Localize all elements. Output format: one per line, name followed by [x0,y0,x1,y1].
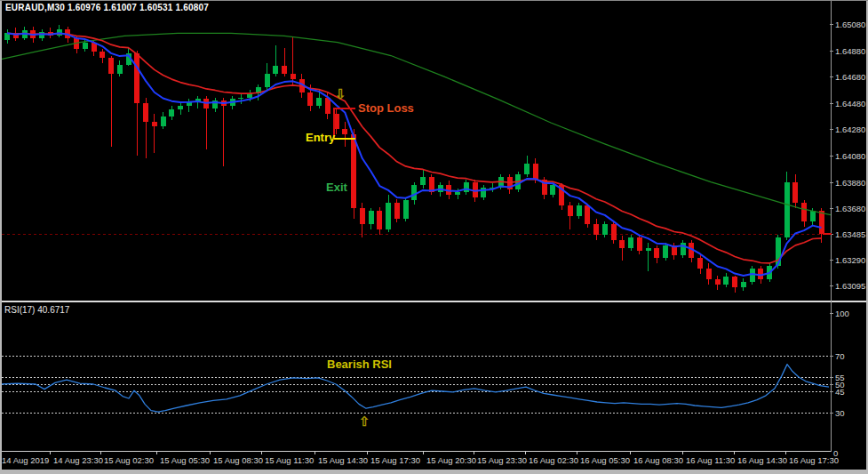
price-tick-mark [830,103,833,104]
price-tick-mark [830,51,833,52]
time-axis-label: 16 Aug 08:30 [633,455,683,465]
current-price-axis-tick [823,233,832,235]
rsi-tick-mark [830,413,833,414]
time-axis-label: 16 Aug 14:30 [737,455,787,465]
rsi-tick-mark [830,377,833,378]
price-tick-label: 1.65080 [835,20,865,29]
time-axis-label: 15 Aug 11:30 [265,455,314,465]
window-border-left [0,0,2,474]
exit-annotation[interactable]: Exit [326,181,347,194]
price-tick-label: 1.63680 [835,204,865,213]
time-axis-label: 16 Aug 05:30 [580,455,630,465]
price-tick-label: 1.64680 [835,72,865,82]
time-tick-mark [474,451,474,454]
price-tick-mark [830,156,833,157]
time-tick-mark [210,451,211,454]
rsi-tick-label: 45 [835,387,845,397]
rsi-tick-mark [830,313,833,314]
price-tick-label: 1.64280 [835,125,865,134]
rsi-signal-arrow-icon[interactable]: ⇧ [359,414,370,428]
time-axis-label: 14 Aug 23:30 [53,455,103,465]
sell-signal-arrow-icon[interactable]: ⇩ [335,87,346,100]
price-tick-label: 1.64080 [835,151,865,161]
time-axis-label: 16 Aug 17:30 [789,455,839,465]
price-tick-mark [830,182,833,183]
time-axis-label: 16 Aug 11:30 [686,455,735,465]
time-axis-label: 15 Aug 23:30 [477,455,527,465]
price-tick-label: 1.64480 [835,99,865,108]
time-axis-label: 15 Aug 08:30 [213,455,263,465]
rsi-tick-mark [830,391,833,392]
entry-annotation[interactable]: Entry [306,131,335,144]
price-tick-mark [830,129,833,130]
time-tick-mark [630,451,631,454]
price-tick-mark [830,208,833,209]
time-axis-label: 15 Aug 02:30 [104,455,154,465]
pane-separator[interactable] [0,301,868,302]
time-axis-label: 15 Aug 05:30 [160,455,210,465]
time-axis-label: 16 Aug 02:30 [529,455,578,465]
rsi-tick-mark [830,356,833,357]
time-axis-separator [0,451,832,452]
time-tick-mark [100,451,101,454]
stop-loss-annotation[interactable]: Stop Loss [358,101,414,115]
time-tick-mark [577,451,577,454]
price-tick-label: 1.64880 [835,46,865,56]
chart-window: EURAUD,M30 1.60976 1.61007 1.60531 1.608… [0,0,868,474]
rsi-indicator-line [0,365,829,413]
time-tick-mark [682,451,683,454]
time-tick-mark [315,451,315,454]
price-tick-mark [830,260,833,261]
price-tick-label: 1.63290 [835,255,865,265]
time-tick-mark [261,451,262,454]
price-tick-label: 1.63485 [835,229,865,239]
time-tick-mark [367,451,368,454]
rsi-tick-label: 70 [835,351,845,361]
rsi-indicator-label: RSI(17) 40.6717 [4,305,69,315]
time-tick-mark [423,451,424,454]
price-tick-label: 1.63095 [835,281,865,291]
time-tick-mark [156,451,157,454]
window-border-bottom [0,470,868,474]
time-axis-label: 15 Aug 20:30 [426,455,476,465]
price-tick-mark [830,24,833,25]
chart-title-overlay: EURAUD,M30 1.60976 1.61007 1.60531 1.608… [5,3,209,12]
price-tick-label: 1.63880 [835,178,865,188]
rsi-zero-label: 0 [833,448,838,458]
rsi-tick-mark [830,384,833,385]
time-tick-mark [785,451,786,454]
bearish-rsi-annotation[interactable]: Bearish RSI [327,358,392,371]
time-tick-mark [525,451,526,454]
price-tick-mark [830,285,833,286]
rsi-pane[interactable] [0,0,868,474]
time-tick-mark [50,451,51,454]
price-tick-mark [830,76,833,77]
rsi-tick-label: 30 [835,408,845,418]
time-axis-label: 14 Aug 2019 [2,455,49,465]
time-axis-label: 15 Aug 17:30 [370,455,420,465]
time-axis-label: 15 Aug 14:30 [318,455,368,465]
rsi-tick-label: 100 [835,309,849,318]
rsi-level-lines [2,356,831,413]
time-tick-mark [734,451,735,454]
window-border-top [0,0,868,1]
